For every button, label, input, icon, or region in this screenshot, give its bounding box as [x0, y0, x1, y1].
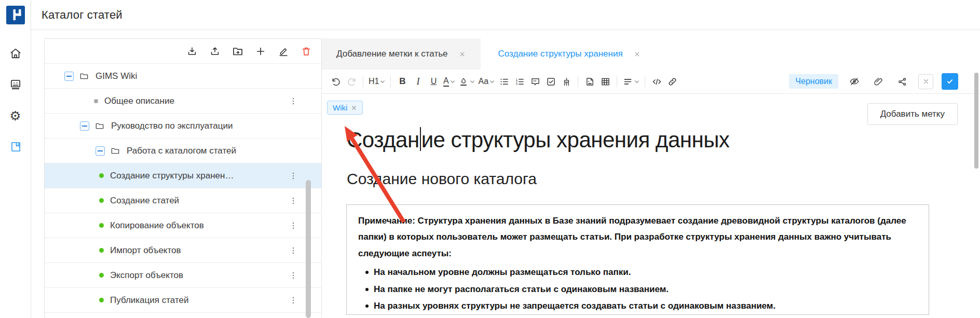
delete-trash-icon[interactable] — [298, 44, 314, 59]
code-icon[interactable] — [649, 73, 664, 90]
redo-icon[interactable] — [344, 73, 359, 90]
kebab-menu-icon[interactable] — [288, 170, 298, 182]
download-icon[interactable] — [184, 44, 200, 59]
tree-row[interactable]: Создание структуры хранен… — [45, 163, 321, 188]
italic-button[interactable]: I — [410, 73, 426, 90]
note-bullet: На разных уровнях структуры не запрещает… — [358, 300, 917, 311]
new-folder-icon[interactable] — [230, 44, 246, 59]
attachment-paperclip-icon[interactable] — [870, 73, 886, 90]
title-text: ие структуры хранения данных — [421, 128, 730, 152]
underline-button[interactable]: U — [426, 73, 441, 90]
add-label-button[interactable]: Добавить метку — [867, 103, 958, 125]
svg-text:3: 3 — [515, 82, 517, 86]
close-icon[interactable] — [633, 50, 641, 58]
title-text: Создан — [347, 128, 419, 152]
kebab-menu-icon[interactable] — [288, 245, 298, 256]
left-rail: ⚙ — [0, 0, 31, 318]
tree-row[interactable]: Создание статей — [45, 188, 321, 213]
tree-row[interactable]: Импорт объектов — [45, 238, 321, 263]
undo-icon[interactable] — [328, 73, 344, 90]
top-header: Каталог статей — [31, 0, 980, 30]
status-badge: Черновик — [789, 74, 838, 89]
text-color-dropdown[interactable]: A — [441, 73, 457, 90]
bullet-list-icon[interactable] — [496, 73, 512, 90]
add-icon[interactable] — [253, 44, 268, 59]
app-logo-icon[interactable] — [6, 6, 25, 24]
collapse-minus-icon[interactable] — [64, 72, 74, 81]
share-icon[interactable] — [894, 73, 910, 90]
published-dot-icon — [99, 298, 104, 302]
text-color-label: A — [443, 76, 449, 87]
collapse-minus-icon[interactable] — [96, 146, 105, 156]
tab-storage-structure[interactable]: Создание структуры хранения — [484, 38, 656, 70]
settings-gear-icon[interactable]: ⚙ — [7, 107, 24, 124]
bold-label: B — [399, 76, 405, 87]
article-title[interactable]: Создание структуры хранения данных — [347, 127, 729, 153]
kebab-menu-icon[interactable] — [288, 220, 298, 231]
heading-style-label: H1 — [369, 77, 379, 86]
tree-row[interactable]: Экспорт объектов — [45, 263, 321, 288]
tree-item-label: Создание статей — [110, 196, 179, 206]
tree-item-label: Импорт объектов — [110, 245, 181, 256]
chevron-down-icon — [470, 80, 475, 84]
text-caret — [420, 127, 421, 151]
tag-chip-wiki[interactable]: Wiki — [327, 101, 363, 115]
tree-row[interactable]: Работа с каталогом статей — [45, 139, 321, 163]
published-dot-icon — [99, 198, 104, 203]
tree-item-label: Экспорт объектов — [110, 270, 183, 281]
heading-style-dropdown[interactable]: H1 — [367, 73, 387, 90]
remove-tag-icon[interactable] — [351, 105, 357, 111]
home-icon[interactable] — [7, 45, 24, 62]
edit-pencil-icon[interactable] — [276, 44, 291, 59]
close-icon[interactable] — [458, 50, 466, 58]
draft-dot-icon — [94, 99, 98, 103]
folder-icon — [110, 146, 120, 156]
highlight-color-dropdown[interactable] — [457, 73, 477, 90]
tree-item-label: Работа с каталогом статей — [127, 146, 236, 156]
letter-case-dropdown[interactable]: Aa — [477, 73, 496, 90]
eye-off-icon[interactable] — [847, 73, 862, 90]
chevron-down-icon — [450, 80, 455, 84]
tree-item-label: Публикация статей — [110, 295, 188, 306]
tree-row[interactable]: Руководство по эксплуатации — [45, 114, 321, 139]
tab-add-label-to-article[interactable]: Добавление метки к статье — [322, 38, 481, 70]
insert-table-icon[interactable] — [597, 73, 613, 90]
tree-rows: GIMS WikiОбщее описаниеРуководство по эк… — [45, 64, 321, 313]
letter-case-label: Aa — [478, 77, 488, 86]
editor-content[interactable]: Wiki Добавить метку Создание структуры х… — [322, 94, 980, 318]
kebab-menu-icon[interactable] — [288, 295, 298, 306]
kebab-menu-icon[interactable] — [288, 270, 298, 281]
article-subtitle[interactable]: Создание нового каталога — [347, 170, 537, 188]
upload-icon[interactable] — [207, 44, 223, 59]
insert-image-icon[interactable] — [582, 73, 597, 90]
bold-button[interactable]: B — [394, 73, 410, 90]
save-check-button[interactable] — [942, 73, 958, 90]
close-editor-button[interactable] — [918, 74, 933, 89]
tree-row[interactable]: Публикация статей — [45, 288, 321, 313]
tag-chip-label: Wiki — [333, 103, 347, 112]
checkbox-icon[interactable] — [543, 73, 559, 90]
tree-row[interactable]: Копирование объектов — [45, 213, 321, 238]
align-dropdown[interactable] — [621, 73, 641, 90]
tree-scrollbar[interactable] — [306, 180, 311, 318]
link-icon[interactable] — [664, 73, 680, 90]
quote-bubble-icon[interactable] — [527, 73, 543, 90]
tree-row[interactable]: GIMS Wiki — [45, 64, 321, 89]
tree-row[interactable]: Общее описание — [45, 89, 321, 114]
terminal-icon[interactable] — [7, 76, 24, 93]
editor-scrollbar[interactable] — [974, 73, 978, 169]
kebab-menu-icon[interactable] — [288, 195, 298, 206]
note-text: Примечание: Структура хранения данных в … — [358, 213, 917, 261]
format-brush-icon[interactable] — [559, 73, 574, 90]
kebab-menu-icon[interactable] — [288, 95, 298, 107]
numbered-list-icon[interactable]: 1 2 3 — [512, 73, 527, 90]
note-box: Примечание: Структура хранения данных в … — [346, 204, 929, 315]
tree-item-label: Руководство по эксплуатации — [111, 121, 233, 131]
published-dot-icon — [99, 223, 104, 228]
collapse-minus-icon[interactable] — [80, 121, 89, 131]
published-dot-icon — [99, 173, 104, 178]
published-dot-icon — [99, 248, 104, 253]
knowledge-base-book-icon[interactable] — [7, 139, 24, 155]
note-bullet: На начальном уровне должны размещаться т… — [358, 267, 917, 278]
app-root: ⚙ Каталог статей — [0, 0, 980, 318]
